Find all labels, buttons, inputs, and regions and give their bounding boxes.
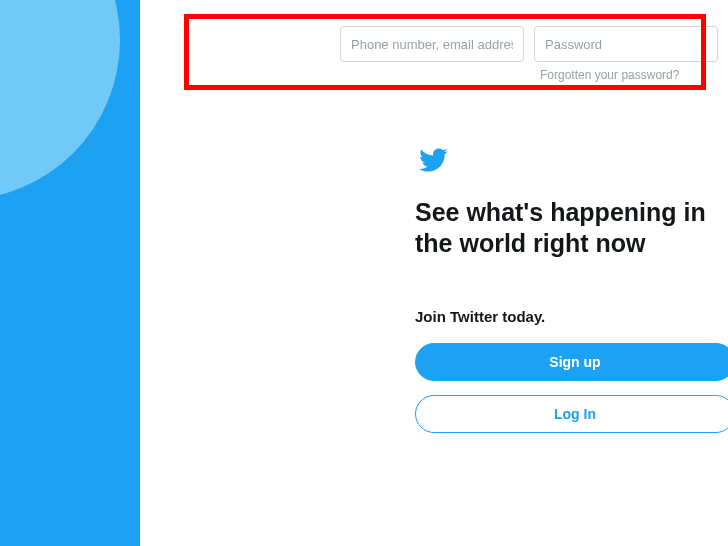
top-login-bar: Log In (340, 26, 728, 62)
right-panel: Log In Forgotten your password? See what… (140, 0, 728, 546)
left-brand-panel (0, 0, 140, 546)
login-button[interactable]: Log In (415, 395, 728, 433)
headline-text: See what's happening in the world right … (415, 197, 728, 260)
password-input[interactable] (534, 26, 718, 62)
signup-button[interactable]: Sign up (415, 343, 728, 381)
join-text: Join Twitter today. (415, 308, 728, 325)
forgot-password-link[interactable]: Forgotten your password? (540, 68, 679, 82)
main-content: See what's happening in the world right … (415, 145, 728, 447)
username-input[interactable] (340, 26, 524, 62)
twitter-bird-icon (415, 145, 728, 179)
